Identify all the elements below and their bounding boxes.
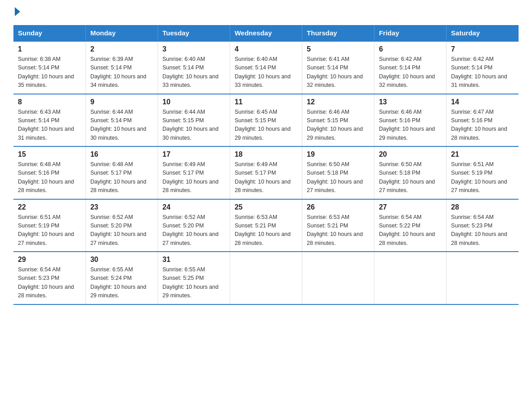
header-friday: Friday [374,25,446,41]
week-row-1: 1 Sunrise: 6:38 AM Sunset: 5:14 PM Dayli… [13,41,519,94]
sunrise-label: Sunrise: 6:55 AM [163,266,205,273]
daylight-label: Daylight: 10 hours and 28 minutes. [235,231,291,246]
sunrise-label: Sunrise: 6:43 AM [18,109,60,115]
daylight-label: Daylight: 10 hours and 27 minutes. [379,179,435,193]
sunrise-label: Sunrise: 6:50 AM [379,161,421,167]
day-info: Sunrise: 6:48 AM Sunset: 5:16 PM Dayligh… [18,160,81,195]
sunrise-label: Sunrise: 6:44 AM [163,109,205,115]
daylight-label: Daylight: 10 hours and 29 minutes. [90,284,146,299]
calendar-cell: 4 Sunrise: 6:40 AM Sunset: 5:14 PM Dayli… [230,41,302,94]
day-number: 25 [235,203,297,211]
sunset-label: Sunset: 5:14 PM [18,64,59,71]
sunrise-label: Sunrise: 6:50 AM [307,161,349,167]
sunset-label: Sunset: 5:23 PM [18,275,59,281]
sunrise-label: Sunrise: 6:46 AM [379,109,421,115]
daylight-label: Daylight: 10 hours and 29 minutes. [307,126,363,141]
day-number: 14 [451,98,514,106]
sunrise-label: Sunrise: 6:52 AM [163,214,205,220]
day-number: 12 [307,98,369,106]
daylight-label: Daylight: 10 hours and 28 minutes. [18,179,74,193]
day-number: 8 [18,98,81,106]
calendar-header-row: SundayMondayTuesdayWednesdayThursdayFrid… [13,25,519,41]
header-thursday: Thursday [302,25,374,41]
day-number: 7 [451,45,514,53]
day-info: Sunrise: 6:49 AM Sunset: 5:17 PM Dayligh… [163,160,225,195]
daylight-label: Daylight: 10 hours and 27 minutes. [90,231,146,246]
logo-arrow-icon [15,7,20,16]
calendar-cell: 25 Sunrise: 6:53 AM Sunset: 5:21 PM Dayl… [230,199,302,252]
sunset-label: Sunset: 5:14 PM [90,117,132,124]
header-sunday: Sunday [13,25,86,41]
day-info: Sunrise: 6:41 AM Sunset: 5:14 PM Dayligh… [307,55,369,90]
day-info: Sunrise: 6:46 AM Sunset: 5:16 PM Dayligh… [379,108,442,143]
sunset-label: Sunset: 5:14 PM [307,64,348,71]
day-info: Sunrise: 6:44 AM Sunset: 5:14 PM Dayligh… [90,108,153,143]
sunrise-label: Sunrise: 6:42 AM [379,56,421,62]
calendar-cell: 1 Sunrise: 6:38 AM Sunset: 5:14 PM Dayli… [13,41,86,94]
daylight-label: Daylight: 10 hours and 34 minutes. [90,73,146,88]
sunrise-label: Sunrise: 6:44 AM [90,109,133,115]
sunrise-label: Sunrise: 6:53 AM [307,214,349,220]
daylight-label: Daylight: 10 hours and 28 minutes. [307,231,363,246]
day-info: Sunrise: 6:43 AM Sunset: 5:14 PM Dayligh… [18,108,81,143]
calendar-cell [302,252,374,304]
day-info: Sunrise: 6:46 AM Sunset: 5:15 PM Dayligh… [307,108,369,143]
sunset-label: Sunset: 5:19 PM [18,223,59,229]
day-number: 15 [18,150,81,158]
daylight-label: Daylight: 10 hours and 29 minutes. [163,284,219,299]
header-monday: Monday [86,25,158,41]
sunrise-label: Sunrise: 6:42 AM [451,56,493,62]
daylight-label: Daylight: 10 hours and 27 minutes. [18,231,74,246]
sunset-label: Sunset: 5:18 PM [307,170,348,176]
daylight-label: Daylight: 10 hours and 30 minutes. [163,126,219,141]
day-info: Sunrise: 6:39 AM Sunset: 5:14 PM Dayligh… [90,55,153,90]
sunrise-label: Sunrise: 6:48 AM [90,161,133,167]
sunset-label: Sunset: 5:14 PM [90,64,132,71]
day-info: Sunrise: 6:53 AM Sunset: 5:21 PM Dayligh… [235,213,297,248]
week-row-3: 15 Sunrise: 6:48 AM Sunset: 5:16 PM Dayl… [13,146,519,199]
day-number: 18 [235,150,297,158]
calendar-cell: 31 Sunrise: 6:55 AM Sunset: 5:25 PM Dayl… [158,252,230,304]
daylight-label: Daylight: 10 hours and 35 minutes. [18,73,74,88]
sunrise-label: Sunrise: 6:41 AM [307,56,349,62]
day-info: Sunrise: 6:54 AM Sunset: 5:23 PM Dayligh… [18,265,81,300]
day-number: 29 [18,256,81,264]
daylight-label: Daylight: 10 hours and 27 minutes. [163,231,219,246]
sunset-label: Sunset: 5:16 PM [379,117,420,124]
sunrise-label: Sunrise: 6:38 AM [18,56,60,62]
page-header [13,9,519,17]
sunset-label: Sunset: 5:21 PM [307,223,348,229]
daylight-label: Daylight: 10 hours and 28 minutes. [235,179,291,193]
calendar-cell: 26 Sunrise: 6:53 AM Sunset: 5:21 PM Dayl… [302,199,374,252]
calendar-cell: 12 Sunrise: 6:46 AM Sunset: 5:15 PM Dayl… [302,94,374,147]
calendar-cell: 16 Sunrise: 6:48 AM Sunset: 5:17 PM Dayl… [86,146,158,199]
day-number: 19 [307,150,369,158]
day-number: 31 [163,256,225,264]
day-info: Sunrise: 6:53 AM Sunset: 5:21 PM Dayligh… [307,213,369,248]
header-saturday: Saturday [446,25,519,41]
day-info: Sunrise: 6:50 AM Sunset: 5:18 PM Dayligh… [307,160,369,195]
header-tuesday: Tuesday [158,25,230,41]
calendar-table: SundayMondayTuesdayWednesdayThursdayFrid… [13,25,519,305]
sunset-label: Sunset: 5:21 PM [235,223,276,229]
sunset-label: Sunset: 5:15 PM [163,117,204,124]
day-number: 9 [90,98,153,106]
day-number: 17 [163,150,225,158]
sunset-label: Sunset: 5:19 PM [451,170,492,176]
calendar-cell [446,252,519,304]
sunrise-label: Sunrise: 6:40 AM [163,56,205,62]
day-info: Sunrise: 6:38 AM Sunset: 5:14 PM Dayligh… [18,55,81,90]
daylight-label: Daylight: 10 hours and 28 minutes. [90,179,146,193]
sunrise-label: Sunrise: 6:49 AM [163,161,205,167]
daylight-label: Daylight: 10 hours and 30 minutes. [90,126,146,141]
day-number: 16 [90,150,153,158]
daylight-label: Daylight: 10 hours and 28 minutes. [18,284,74,299]
sunrise-label: Sunrise: 6:49 AM [235,161,277,167]
sunset-label: Sunset: 5:18 PM [379,170,420,176]
daylight-label: Daylight: 10 hours and 29 minutes. [379,126,435,141]
header-wednesday: Wednesday [230,25,302,41]
day-info: Sunrise: 6:44 AM Sunset: 5:15 PM Dayligh… [163,108,225,143]
day-number: 4 [235,45,297,53]
daylight-label: Daylight: 10 hours and 29 minutes. [235,126,291,141]
day-info: Sunrise: 6:50 AM Sunset: 5:18 PM Dayligh… [379,160,442,195]
